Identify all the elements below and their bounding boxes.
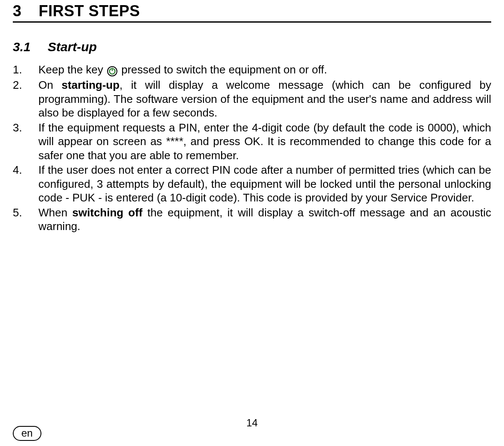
subsection-heading: 3.1Start-up <box>13 40 491 54</box>
section-title-text: FIRST STEPS <box>39 2 140 20</box>
step-content: If the user does not enter a correct PIN… <box>38 163 491 205</box>
step-2: 2. On starting-up, it will display a wel… <box>13 78 491 120</box>
step-text: If the user does not enter a correct PIN… <box>38 163 491 204</box>
step-content: If the equipment requests a PIN, enter t… <box>38 121 491 163</box>
step-content: On starting-up, it will display a welcom… <box>38 78 491 120</box>
step-text: When <box>38 206 72 219</box>
step-text: On <box>38 79 61 91</box>
section-heading: 3FIRST STEPS <box>13 2 491 23</box>
subsection-title-text: Start-up <box>48 40 97 54</box>
step-text: If the equipment requests a PIN, enter t… <box>38 121 491 162</box>
step-marker: 2. <box>13 78 38 120</box>
step-text: Keep the key <box>38 63 106 76</box>
step-content: Keep the key pressed to switch the equip… <box>38 63 491 77</box>
page-number: 14 <box>246 417 258 429</box>
step-marker: 1. <box>13 63 38 77</box>
step-3: 3. If the equipment requests a PIN, ente… <box>13 121 491 163</box>
step-1: 1. Keep the key pressed to switch the eq… <box>13 63 491 77</box>
step-5: 5. When switching off the equipment, it … <box>13 206 491 233</box>
power-icon <box>107 64 117 78</box>
step-marker: 3. <box>13 121 38 163</box>
steps-list: 1. Keep the key pressed to switch the eq… <box>13 63 491 233</box>
step-bold: switching off <box>72 206 143 219</box>
step-4: 4. If the user does not enter a correct … <box>13 163 491 205</box>
step-text: pressed to switch the equipment on or of… <box>121 63 327 76</box>
step-marker: 4. <box>13 163 38 205</box>
step-marker: 5. <box>13 206 38 233</box>
language-badge: en <box>13 426 41 441</box>
subsection-number: 3.1 <box>13 40 31 54</box>
svg-rect-2 <box>112 68 113 71</box>
step-content: When switching off the equipment, it wil… <box>38 206 491 233</box>
section-number: 3 <box>13 2 22 20</box>
step-bold: starting-up <box>61 79 119 91</box>
